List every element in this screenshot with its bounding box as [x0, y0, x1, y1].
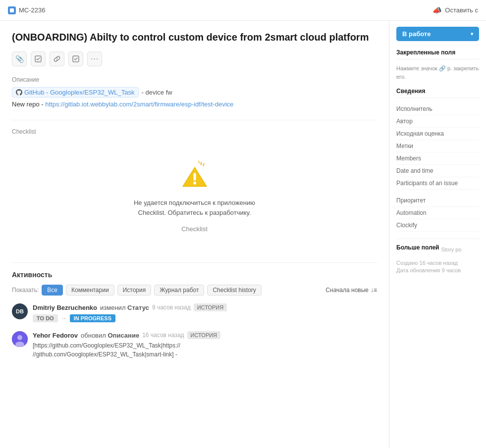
- info-row-automation: Automation: [396, 207, 479, 219]
- pinned-fields-section: Закрепленные поля Нажмите значок 🔗 р. за…: [396, 49, 479, 81]
- checklist-button[interactable]: [68, 51, 83, 66]
- link-button[interactable]: [50, 51, 64, 66]
- filter-checklist-history[interactable]: Checklist history: [207, 285, 261, 296]
- avatar-db: DB: [12, 303, 28, 319]
- activity-section: Активность Показать: Все Комментарии Ист…: [12, 271, 377, 359]
- more-fields-title: Больше полей: [396, 244, 439, 251]
- activity-time-2: 16 часов назад: [142, 332, 184, 339]
- toolbar: 📎: [12, 51, 377, 66]
- github-link-suffix: - device fw: [142, 89, 172, 96]
- right-sidebar: В работе ▾ Закрепленные поля Нажмите зна…: [389, 21, 486, 448]
- svg-rect-0: [10, 8, 14, 12]
- content-area: (ONBOARDING) Abilty to control custom de…: [0, 21, 389, 448]
- more-button[interactable]: ···: [87, 51, 102, 66]
- info-label-automation: Automation: [396, 209, 479, 216]
- svg-line-4: [203, 163, 204, 165]
- activity-item: DB Dmitriy Bezruchenko изменил Статус 9 …: [12, 303, 377, 322]
- app-container: MC-2236 📣 Оставить с (ONBOARDING) Abilty…: [0, 0, 486, 448]
- github-link[interactable]: GitHub - Googloplex/ESP32_WL_Task: [12, 87, 139, 98]
- info-label-datetime: Date and time: [396, 167, 479, 174]
- info-row-priority: Приоритет: [396, 195, 479, 207]
- status-button-label: В работе: [402, 30, 431, 38]
- top-bar: MC-2236 📣 Оставить с: [0, 0, 486, 21]
- breadcrumb-icon: [8, 6, 16, 14]
- issue-title: (ONBOARDING) Abilty to control custom de…: [12, 31, 377, 44]
- info-label-executor: Исполнитель: [396, 105, 479, 112]
- filter-all[interactable]: Все: [42, 285, 63, 296]
- sort-icon: ↓≡: [371, 287, 377, 294]
- info-label-members: Members: [396, 155, 479, 162]
- status-to-1: IN PROGRESS: [70, 314, 115, 322]
- info-row-labels: Метки: [396, 140, 479, 152]
- pinned-fields-title: Закрепленные поля: [396, 49, 479, 59]
- created-label: Создано 16 часов назад: [396, 260, 479, 266]
- info-row-estimate: Исходная оценка: [396, 128, 479, 140]
- checklist-error-text: Не удается подключиться к приложению Che…: [134, 198, 255, 217]
- svg-point-9: [17, 335, 22, 340]
- activity-item-2: Yehor Fedorov обновил Описание 16 часов …: [12, 331, 377, 359]
- breadcrumb-text[interactable]: MC-2236: [19, 6, 45, 14]
- main-layout: (ONBOARDING) Abilty to control custom de…: [0, 21, 486, 448]
- show-label: Показать:: [12, 287, 39, 294]
- activity-content-2: Yehor Fedorov обновил Описание 16 часов …: [33, 331, 377, 359]
- info-label-author: Автор: [396, 118, 479, 125]
- github-link-text: GitHub - Googloplex/ESP32_WL_Task: [24, 89, 135, 96]
- history-badge-1: ИСТОРИЯ: [194, 303, 227, 311]
- notify-icon: 📣: [432, 6, 442, 15]
- description-section: Описание GitHub - Googloplex/ESP32_WL_Ta…: [12, 76, 377, 108]
- chevron-down-icon: ▾: [471, 31, 473, 37]
- notify-label: Оставить с: [445, 6, 478, 14]
- history-badge-2: ИСТОРИЯ: [187, 331, 220, 339]
- activity-content-1: Dmitriy Bezruchenko изменил Статус 9 час…: [33, 303, 377, 322]
- svg-point-7: [193, 182, 196, 185]
- activity-action-1: изменил Статус: [100, 304, 149, 311]
- status-button[interactable]: В работе ▾: [396, 27, 479, 41]
- info-label-labels: Метки: [396, 143, 479, 149]
- pinned-hint: Нажмите значок 🔗 р. закрепить его.: [396, 64, 479, 81]
- task-button[interactable]: [31, 51, 46, 66]
- info-row-clockify: Clockify: [396, 219, 479, 232]
- user-name-2: Yehor Fedorov: [33, 332, 78, 339]
- info-row-participants[interactable]: Participants of an issue: [396, 177, 479, 190]
- more-fields-suffix: Story po: [441, 247, 461, 252]
- more-fields-section: Больше полей Story po Создано 16 часов н…: [396, 239, 479, 273]
- gitlab-link[interactable]: https://gitlab.iot.webbylab.com/2smart/f…: [45, 100, 233, 108]
- info-label-priority: Приоритет: [396, 197, 479, 204]
- desc-line: New repo - https://gitlab.iot.webbylab.c…: [12, 100, 377, 108]
- sort-button[interactable]: Сначала новые ↓≡: [325, 287, 377, 294]
- svg-line-5: [198, 161, 199, 163]
- info-label-clockify: Clockify: [396, 222, 479, 229]
- info-row-datetime[interactable]: Date and time: [396, 165, 479, 177]
- info-row-executor: Исполнитель: [396, 103, 479, 115]
- svg-rect-6: [193, 173, 196, 180]
- info-label-participants: Participants of an issue: [396, 180, 479, 187]
- checklist-section: Checklist: [12, 128, 377, 252]
- info-section: Сведения Исполнитель Автор Исходная оцен…: [396, 88, 479, 232]
- activity-body-2: [https://github.com/Googloplex/ESP32_WL_…: [33, 341, 377, 359]
- avatar-yf: [12, 331, 28, 347]
- arrow-icon-1: →: [61, 315, 67, 322]
- description-label: Описание: [12, 76, 377, 83]
- status-from-1: TO DO: [33, 314, 58, 322]
- updated-label: Дата обновления 9 часов: [396, 267, 479, 273]
- status-flow-1: TO DO → IN PROGRESS: [33, 314, 377, 322]
- info-row-members: Members: [396, 152, 479, 165]
- attach-button[interactable]: 📎: [12, 51, 27, 66]
- top-bar-right: 📣 Оставить с: [432, 6, 478, 15]
- show-filter: Показать: Все Комментарии История Журнал…: [12, 285, 377, 296]
- info-section-title: Сведения: [396, 88, 479, 98]
- activity-header-2: Yehor Fedorov обновил Описание 16 часов …: [33, 331, 377, 339]
- activity-time-1: 9 часов назад: [152, 304, 191, 311]
- top-bar-left: MC-2236: [8, 6, 45, 14]
- checklist-error-box: Не удается подключиться к приложению Che…: [12, 139, 377, 252]
- checklist-label: Checklist: [12, 128, 377, 135]
- info-label-estimate: Исходная оценка: [396, 130, 479, 137]
- info-row-author: Автор: [396, 115, 479, 128]
- filter-comments[interactable]: Комментарии: [66, 285, 114, 296]
- filter-worklog[interactable]: Журнал работ: [154, 285, 204, 296]
- checklist-retry-button[interactable]: Checklist: [181, 225, 208, 233]
- filter-history[interactable]: История: [117, 285, 152, 296]
- activity-action-2: обновил Описание: [81, 332, 139, 339]
- warning-icon-wrap: [177, 159, 212, 190]
- user-name-1: Dmitriy Bezruchenko: [33, 304, 97, 311]
